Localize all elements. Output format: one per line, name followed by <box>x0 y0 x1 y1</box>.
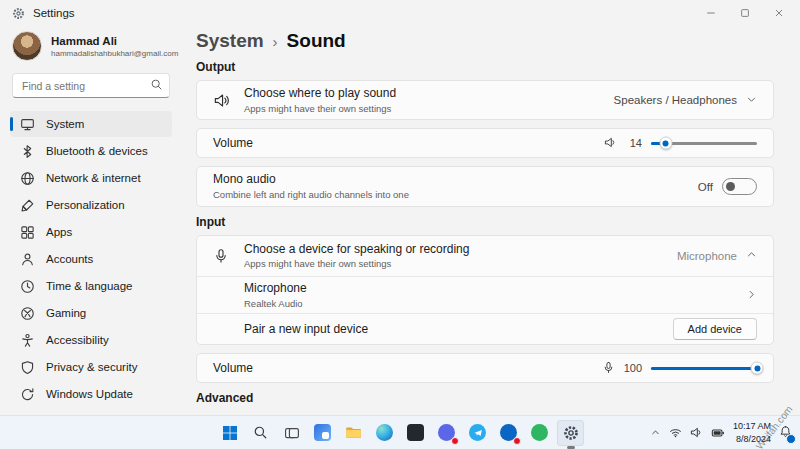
close-button[interactable] <box>762 1 796 25</box>
mono-audio-toggle[interactable] <box>722 178 757 195</box>
sidebar-item-label: Network & internet <box>46 172 141 184</box>
gear-icon <box>563 425 579 441</box>
breadcrumb-system[interactable]: System <box>196 30 264 52</box>
sidebar-item-time-language[interactable]: Time & language <box>10 273 172 299</box>
notification-count-badge <box>786 434 796 444</box>
slider-thumb[interactable] <box>659 137 672 150</box>
maximize-button[interactable] <box>728 1 762 25</box>
sidebar-item-personalization[interactable]: Personalization <box>10 192 172 218</box>
sidebar-item-label: System <box>46 118 84 130</box>
sidebar-item-privacy-security[interactable]: Privacy & security <box>10 354 172 380</box>
globe-icon <box>20 171 35 186</box>
sidebar-item-label: Bluetooth & devices <box>46 145 148 157</box>
sidebar-item-gaming[interactable]: Gaming <box>10 300 172 326</box>
taskbar-search-button[interactable] <box>247 420 274 446</box>
section-header-input: Input <box>196 215 774 229</box>
volume-icon[interactable] <box>690 426 703 439</box>
input-device-card[interactable]: Choose a device for speaking or recordin… <box>197 236 773 276</box>
accessibility-icon <box>20 333 35 348</box>
slider-thumb[interactable] <box>751 362 764 375</box>
sidebar-item-label: Privacy & security <box>46 361 137 373</box>
sidebar-item-network-internet[interactable]: Network & internet <box>10 165 172 191</box>
sidebar-item-bluetooth-devices[interactable]: Bluetooth & devices <box>10 138 172 164</box>
search-icon <box>253 425 268 440</box>
input-volume-value: 100 <box>624 362 642 374</box>
search-input[interactable] <box>12 73 170 98</box>
notification-bell-button[interactable] <box>779 425 792 441</box>
input-volume-card: Volume 100 <box>196 353 774 383</box>
output-volume-card: Volume 14 <box>196 128 774 158</box>
file-explorer-button[interactable] <box>340 420 367 446</box>
gamepad-icon <box>20 306 35 321</box>
user-profile[interactable]: Hammad Ali hammadalishahbukhari@gmail.co… <box>10 28 172 64</box>
task-view-icon <box>284 425 300 441</box>
card-title: Choose where to play sound <box>244 86 601 102</box>
play-device-value: Speakers / Headphones <box>614 94 737 106</box>
sidebar: Hammad Ali hammadalishahbukhari@gmail.co… <box>0 26 182 415</box>
edge-icon <box>376 424 393 441</box>
minimize-button[interactable] <box>694 1 728 25</box>
widgets-button[interactable] <box>309 420 336 446</box>
taskbar-center <box>216 416 584 449</box>
notification-badge <box>451 437 459 445</box>
system-tray: 10:17 AM 8/8/2024 <box>650 416 792 449</box>
chevron-right-icon <box>746 289 757 302</box>
card-title: Choose a device for speaking or recordin… <box>244 242 664 258</box>
window-controls <box>694 1 796 25</box>
chevron-down-icon <box>746 94 757 107</box>
edge-button[interactable] <box>371 420 398 446</box>
sidebar-item-system[interactable]: System <box>10 111 172 137</box>
row-subtitle: Realtek Audio <box>244 298 733 310</box>
window-title: Settings <box>33 7 75 19</box>
app-button-3[interactable] <box>464 420 491 446</box>
settings-taskbar-button[interactable] <box>557 420 584 446</box>
breadcrumb-separator: › <box>273 33 278 50</box>
clock-icon <box>20 279 35 294</box>
input-volume-slider[interactable] <box>651 367 757 370</box>
chevron-up-icon <box>746 249 757 262</box>
row-title: Pair a new input device <box>244 322 660 338</box>
battery-icon[interactable] <box>711 426 725 440</box>
start-button[interactable] <box>216 420 243 446</box>
section-header-output: Output <box>196 60 774 74</box>
sidebar-item-label: Accounts <box>46 253 93 265</box>
page-title: Sound <box>287 30 346 52</box>
sidebar-item-accessibility[interactable]: Accessibility <box>10 327 172 353</box>
app-button-1[interactable] <box>402 420 429 446</box>
task-view-button[interactable] <box>278 420 305 446</box>
sidebar-item-apps[interactable]: Apps <box>10 219 172 245</box>
taskbar-clock[interactable]: 10:17 AM 8/8/2024 <box>733 420 771 444</box>
output-volume-slider[interactable] <box>651 142 757 145</box>
speaker-icon <box>213 92 231 109</box>
tray-chevron-up-icon[interactable] <box>650 427 661 438</box>
sidebar-item-windows-update[interactable]: Windows Update <box>10 381 172 407</box>
sidebar-item-accounts[interactable]: Accounts <box>10 246 172 272</box>
settings-window: Settings Hammad Ali hammadalishahbukhari… <box>0 0 800 449</box>
card-subtitle: Apps might have their own settings <box>244 103 601 115</box>
mono-audio-card: Mono audio Combine left and right audio … <box>196 166 774 206</box>
windows-logo-icon <box>222 425 238 441</box>
tray-date: 8/8/2024 <box>733 433 771 445</box>
card-title: Volume <box>213 136 591 152</box>
app-button-2[interactable] <box>433 420 460 446</box>
selected-indicator <box>10 117 13 131</box>
pair-device-row: Pair a new input device Add device <box>197 313 773 344</box>
widgets-icon <box>314 424 331 441</box>
add-device-button[interactable]: Add device <box>673 318 757 340</box>
tray-time: 10:17 AM <box>733 420 771 432</box>
telegram-icon <box>469 424 486 441</box>
sidebar-item-label: Time & language <box>46 280 133 292</box>
settings-app-icon <box>12 7 25 20</box>
person-icon <box>20 252 35 267</box>
app-button-4[interactable] <box>495 420 522 446</box>
breadcrumb: System › Sound <box>196 30 774 52</box>
wifi-icon[interactable] <box>669 426 682 439</box>
microphone-icon <box>602 361 615 376</box>
sidebar-nav: System Bluetooth & devices Network & int… <box>10 111 172 407</box>
app-button-5[interactable] <box>526 420 553 446</box>
microphone-row[interactable]: Microphone Realtek Audio <box>197 276 773 313</box>
play-sound-card[interactable]: Choose where to play sound Apps might ha… <box>196 80 774 120</box>
taskbar: 10:17 AM 8/8/2024 <box>0 415 800 449</box>
folder-icon <box>345 424 362 441</box>
notification-badge <box>513 437 521 445</box>
